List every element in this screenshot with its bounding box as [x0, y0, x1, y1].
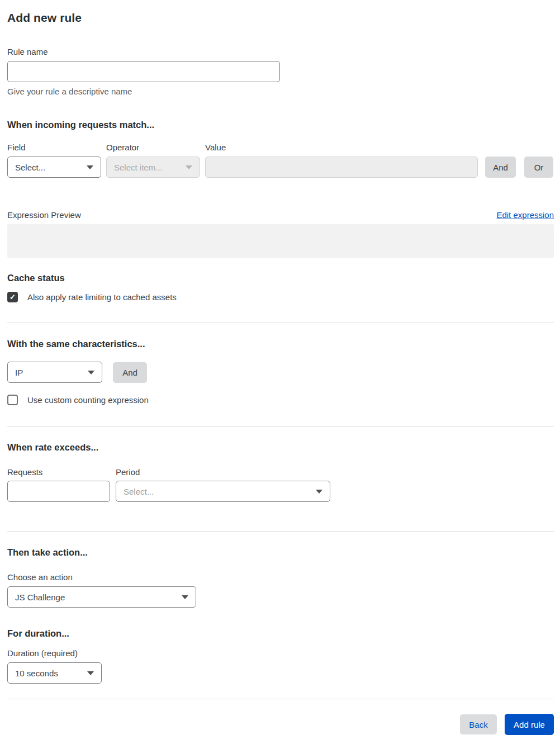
requests-label: Requests [7, 467, 116, 477]
requests-input[interactable] [7, 481, 110, 502]
operator-select: Select item... [106, 157, 200, 178]
duration-label: Duration (required) [7, 648, 78, 658]
chevron-down-icon [88, 371, 94, 374]
action-label: Choose an action [7, 572, 73, 582]
chevron-down-icon [186, 165, 192, 169]
rule-name-helper: Give your rule a descriptive name [7, 87, 554, 96]
divider [7, 531, 554, 532]
add-rule-form: Add new rule Rule name Give your rule a … [0, 0, 560, 735]
cache-checkbox[interactable]: ✓ [7, 292, 18, 302]
add-rule-button[interactable]: Add rule [505, 714, 554, 735]
operator-label: Operator [106, 143, 205, 152]
duration-select[interactable]: 10 seconds [7, 662, 102, 684]
rate-section-heading: When rate exceeds... [7, 442, 554, 453]
match-section-heading: When incoming requests match... [7, 120, 554, 130]
field-select[interactable]: Select... [7, 157, 101, 178]
cache-section-heading: Cache status [7, 273, 554, 283]
duration-section-heading: For duration... [7, 628, 554, 639]
divider [7, 323, 554, 323]
rule-name-input[interactable] [7, 61, 280, 82]
field-select-value: Select... [15, 163, 45, 172]
operator-select-value: Select item... [114, 163, 163, 172]
check-icon: ✓ [7, 292, 18, 302]
chevron-down-icon [316, 490, 322, 494]
characteristic-and-button[interactable]: And [113, 362, 147, 383]
characteristic-select-value: IP [15, 368, 23, 377]
or-button[interactable]: Or [524, 157, 553, 178]
chevron-down-icon [87, 165, 93, 169]
expression-preview-box [7, 224, 554, 258]
duration-select-value: 10 seconds [15, 669, 58, 678]
page-title: Add new rule [7, 11, 554, 25]
action-select-value: JS Challenge [15, 592, 65, 602]
divider [7, 699, 554, 699]
chevron-down-icon [87, 671, 94, 675]
edit-expression-link[interactable]: Edit expression [496, 210, 554, 220]
divider [7, 426, 554, 427]
cache-checkbox-label[interactable]: Also apply rate limiting to cached asset… [27, 292, 177, 302]
counting-expression-checkbox[interactable] [7, 395, 18, 405]
expression-preview-label: Expression Preview [7, 210, 81, 220]
period-select-value: Select... [124, 487, 154, 496]
action-section-heading: Then take action... [7, 547, 554, 558]
period-label: Period [116, 467, 140, 477]
action-select[interactable]: JS Challenge [7, 586, 196, 608]
value-label: Value [205, 143, 226, 152]
field-label: Field [7, 143, 106, 152]
chevron-down-icon [182, 595, 188, 599]
and-button[interactable]: And [485, 157, 516, 178]
value-input [205, 157, 478, 178]
period-select[interactable]: Select... [116, 481, 330, 502]
rule-name-label: Rule name [7, 47, 48, 56]
characteristics-section-heading: With the same characteristics... [7, 339, 554, 349]
characteristic-select[interactable]: IP [7, 362, 102, 383]
counting-expression-checkbox-label[interactable]: Use custom counting expression [27, 395, 149, 405]
back-button[interactable]: Back [460, 714, 497, 734]
